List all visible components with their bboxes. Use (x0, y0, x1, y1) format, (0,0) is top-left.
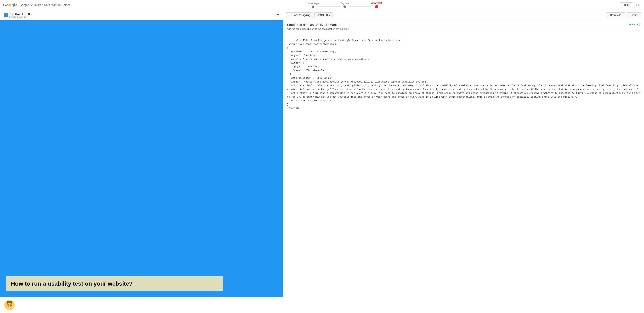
app-title: Google Structured Data Markup Helper (20, 3, 70, 7)
step-enter-page-label: Enter Page (308, 2, 318, 5)
right-panel: ← Back to tagging JSON-LD ▾ Download Fin… (283, 10, 644, 313)
code-content: <!-- JSON-LD markup generated by Google … (287, 39, 641, 110)
avatar (4, 300, 14, 310)
step-tag-data-dot (344, 5, 346, 8)
logo-o1: o (6, 3, 8, 7)
top-nav-right: Help ⚙ ▾ (620, 2, 641, 8)
right-toolbar: ← Back to tagging JSON-LD ▾ Download Fin… (283, 10, 644, 20)
download-button[interactable]: Download (606, 12, 625, 18)
help-circle-icon: ? (638, 23, 640, 26)
blog-text: BLOG (22, 12, 32, 16)
code-block: <!-- JSON-LD markup generated by Google … (283, 32, 644, 313)
hero-area: How to run a usability test on your webs… (0, 20, 283, 297)
back-to-tagging-label: Back to tagging (292, 13, 310, 16)
step-enter-page: Enter Page (308, 2, 318, 8)
finish-button[interactable]: Finish (627, 12, 641, 18)
logo-cell-4 (6, 15, 8, 17)
step-line-2 (349, 6, 371, 7)
site-logo-text: Top.Host (9, 13, 22, 16)
logo-cell-2 (6, 13, 8, 15)
logo-g2: g (12, 3, 14, 7)
step-line-1 (318, 6, 340, 7)
step-tag-data: Tag Data (340, 2, 349, 8)
json-subtitle: Add the script block below to the head s… (287, 27, 349, 30)
step-view-html: View HTML (371, 2, 382, 8)
svg-point-6 (8, 305, 8, 306)
logo-cell-1 (4, 13, 6, 15)
back-to-tagging-button[interactable]: ← Back to tagging (286, 12, 313, 18)
logo-cell-3 (4, 15, 6, 17)
back-arrow-icon: ← (289, 13, 292, 16)
logo-g: G (3, 3, 6, 7)
logo-grid-icon (4, 13, 8, 17)
help-button[interactable]: Help (620, 2, 633, 8)
json-title: Structured data as JSON-LD Markup (287, 23, 349, 27)
dropdown-icon: ▾ (329, 13, 330, 16)
step-tag-data-label: Tag Data (340, 2, 349, 5)
left-panel: Top.Host BLOG EXTREME SUPPORT ≡ How to r… (0, 10, 283, 313)
logo-l: l (14, 3, 15, 7)
articles-label: Articles (628, 23, 637, 26)
logo-e: e (16, 3, 18, 7)
hero-title-box: How to run a usability test on your webs… (6, 276, 223, 291)
json-header: Structured data as JSON-LD Markup Add th… (283, 20, 644, 32)
site-logo: Top.Host BLOG EXTREME SUPPORT (4, 12, 32, 18)
svg-point-2 (7, 303, 12, 308)
hamburger-icon[interactable]: ≡ (276, 13, 279, 17)
top-nav: Google Google Structured Data Markup Hel… (0, 0, 644, 10)
settings-icon: ⚙ (636, 3, 639, 7)
chevron-down-icon: ▾ (639, 4, 640, 6)
google-logo: Google (3, 3, 18, 7)
articles-link[interactable]: Articles ? (628, 23, 640, 26)
top-nav-left: Google Google Structured Data Markup Hel… (3, 3, 70, 7)
main-area: Top.Host BLOG EXTREME SUPPORT ≡ How to r… (0, 10, 644, 313)
step-view-html-dot (375, 5, 378, 8)
json-ld-button[interactable]: JSON-LD ▾ (314, 12, 333, 18)
hero-title: How to run a usability test on your webs… (11, 280, 132, 287)
settings-button[interactable]: ⚙ ▾ (634, 2, 641, 8)
svg-point-7 (10, 305, 11, 306)
avatar-image (4, 300, 14, 310)
progress-steps: Enter Page Tag Data View HTML (308, 2, 382, 8)
site-logo-sub: EXTREME SUPPORT (9, 16, 32, 18)
step-enter-page-dot (312, 5, 314, 8)
json-header-left: Structured data as JSON-LD Markup Add th… (287, 23, 349, 30)
logo-o2: o (9, 3, 11, 7)
author-area (0, 297, 283, 313)
json-ld-label: JSON-LD (317, 13, 328, 16)
site-header: Top.Host BLOG EXTREME SUPPORT ≡ (0, 10, 283, 20)
step-view-html-label: View HTML (371, 2, 382, 4)
